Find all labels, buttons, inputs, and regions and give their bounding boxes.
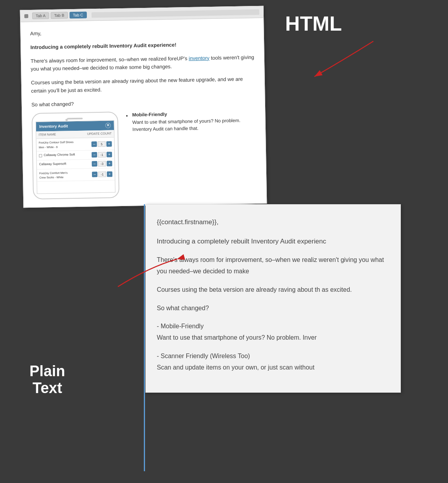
plain-item1-text: Want to use that smartphone of yours? No… (157, 334, 317, 341)
bullet-text: Want to use that smartphone of yours? No… (132, 117, 256, 133)
bullet-item-mobile: Mobile-Friendly Want to use that smartph… (126, 109, 256, 133)
plain-para3: So what changed? (157, 303, 389, 314)
count-value: -3 (98, 161, 106, 166)
count-minus-btn[interactable]: – (92, 172, 97, 177)
count-minus-btn[interactable]: – (92, 141, 97, 147)
html-section-title: So what changed? (31, 97, 255, 109)
phone-table-row: Callaway Supersoft – -3 + (37, 159, 114, 169)
plain-text-arrow (98, 251, 185, 291)
count-plus-btn[interactable]: + (106, 141, 112, 146)
plain-item1: - Mobile-Friendly Want to use that smart… (157, 321, 389, 344)
header-tab-active[interactable]: Tab C (69, 11, 86, 18)
plain-para1: There's always room for improvement, so–… (157, 254, 389, 277)
html-inventory-link[interactable]: inventory (189, 55, 209, 61)
phone-count-control: – -3 + (92, 161, 112, 166)
phone-item-name: Callaway Supersoft (39, 161, 92, 167)
html-headline: Introducing a completely rebuilt Invento… (30, 40, 254, 52)
count-value: -1 (98, 172, 106, 177)
phone-item-name: FootJoy Comfort Men'sCrew Socks - White (39, 170, 92, 180)
count-minus-btn[interactable]: – (92, 161, 97, 166)
header-tab-1[interactable]: Tab A (32, 12, 49, 19)
plain-greeting: {{contact.firstname}}, (157, 216, 389, 229)
html-content-row: Inventory Audit ✕ ITEM NAME UPDATE COUNT… (31, 109, 257, 199)
html-arrow (303, 37, 381, 84)
phone-close-button[interactable]: ✕ (105, 123, 111, 128)
html-greeting: Amy, (30, 26, 254, 38)
plain-item2-title: - Scanner Friendly (Wireless Too) (157, 353, 250, 359)
plain-headline: Introducing a completely rebuilt Invento… (157, 236, 389, 248)
html-panel-body: Amy, Introducing a completely rebuilt In… (20, 18, 266, 207)
phone-item-name: FootJoy Contour Golf ShoesMen - White - … (39, 140, 91, 150)
count-plus-btn[interactable]: + (106, 161, 112, 166)
phone-item-name: Callaway Chrome Soft (44, 152, 92, 158)
header-dot (24, 14, 28, 18)
blue-vertical-line (144, 204, 145, 471)
plain-item2: - Scanner Friendly (Wireless Too) Scan a… (157, 351, 389, 373)
count-plus-btn[interactable]: + (106, 152, 112, 157)
phone-mockup: Inventory Audit ✕ ITEM NAME UPDATE COUNT… (31, 112, 119, 199)
bullet-section: Mobile-Friendly Want to use that smartph… (126, 109, 257, 198)
phone-table-row: Callaway Chrome Soft – -1 + (37, 150, 114, 160)
phone-camera (65, 119, 68, 121)
phone-screen: Inventory Audit ✕ ITEM NAME UPDATE COUNT… (36, 120, 116, 194)
count-plus-btn[interactable]: + (107, 171, 112, 177)
count-value: 5 (98, 141, 106, 146)
phone-table-row: FootJoy Contour Golf ShoesMen - White - … (36, 138, 114, 152)
html-para2: Courses using the beta version are alrea… (31, 75, 255, 95)
header-tabs: Tab A Tab B Tab C (32, 11, 87, 19)
plain-panel: {{contact.firstname}}, Introducing a com… (145, 204, 401, 393)
header-bar (92, 9, 259, 17)
html-label: HTML (285, 12, 342, 35)
phone-col1-header: ITEM NAME (39, 132, 56, 137)
phone-count-control: – 5 + (92, 141, 112, 147)
phone-col2-header: UPDATE COUNT (87, 131, 112, 137)
count-minus-btn[interactable]: – (92, 152, 97, 157)
phone-table-row: FootJoy Comfort Men'sCrew Socks - White … (37, 168, 115, 182)
header-tab-2[interactable]: Tab B (51, 12, 68, 19)
phone-screen-title: Inventory Audit (39, 123, 68, 130)
phone-checkbox[interactable] (39, 154, 42, 157)
count-value: -1 (98, 152, 106, 157)
phone-count-control: – -1 + (92, 152, 112, 157)
phone-screen-header: Inventory Audit ✕ (36, 121, 114, 131)
phone-count-control: – -1 + (92, 171, 112, 177)
html-panel: Tab A Tab B Tab C Amy, Introducing a com… (20, 6, 267, 208)
html-para1: There's always room for improvement, so–… (31, 53, 255, 74)
plain-item2-text: Scan and update items on your own, or ju… (157, 364, 314, 371)
phone-speaker (67, 117, 83, 119)
plain-para2: Courses using the beta version are alrea… (157, 284, 389, 296)
html-para1-before-link: There's always room for improvement, so–… (31, 55, 189, 64)
plain-item1-title: - Mobile-Friendly (157, 323, 204, 329)
plain-text-label: Plain Text (29, 363, 65, 397)
